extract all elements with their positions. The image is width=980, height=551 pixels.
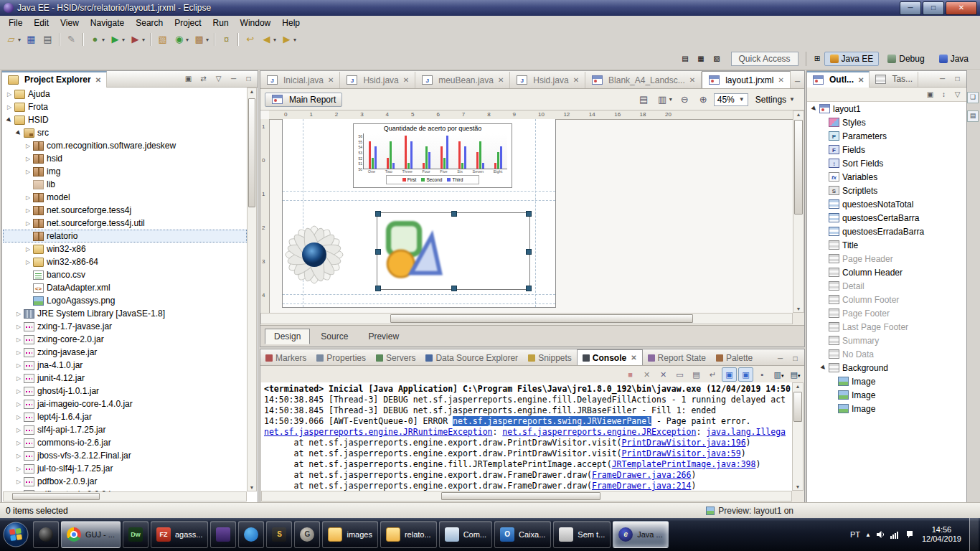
- project-tree-item[interactable]: ▷jboss-vfs-3.2.12.Final.jar: [3, 449, 247, 462]
- scroll-up-icon[interactable]: ▲: [793, 112, 804, 117]
- outline-tree-item[interactable]: ▶layout1: [808, 102, 966, 116]
- console-horizontal-scrollbar[interactable]: [261, 491, 792, 501]
- project-tree-item[interactable]: ▷Frota: [3, 100, 247, 113]
- back-button[interactable]: ◀▾: [258, 31, 278, 48]
- outline-tree-item[interactable]: Image: [808, 375, 966, 388]
- zoom-out-button[interactable]: ⊖: [677, 91, 693, 108]
- project-tree-item[interactable]: ▷lept4j-1.6.4.jar: [3, 410, 247, 423]
- clock[interactable]: 14:56 12/04/2019: [922, 525, 961, 544]
- outline-tree-item[interactable]: Image: [808, 388, 966, 402]
- collapse-all-icon[interactable]: ▣: [182, 72, 195, 85]
- outline-tree-item[interactable]: Page Footer: [808, 306, 966, 320]
- project-tree-item[interactable]: ▷win32-x86-64: [3, 255, 247, 268]
- display-console-button[interactable]: ▥▾: [771, 367, 786, 382]
- maximize-view-icon[interactable]: □: [242, 72, 255, 85]
- stack-trace-link[interactable]: net.sf.jasperreports.engine.JRException: [502, 427, 696, 437]
- outline-tree-item[interactable]: Summary: [808, 334, 966, 347]
- taskbar-item-folder[interactable]: relato...: [380, 521, 437, 548]
- taskbar-item-explorer[interactable]: Com...: [439, 521, 492, 548]
- forward-button[interactable]: ▶▾: [278, 31, 298, 48]
- expand-arrow-icon[interactable]: ▷: [5, 104, 14, 110]
- tab-servers[interactable]: Servers: [371, 350, 420, 365]
- project-tree-vertical-scrollbar[interactable]: ▲ ▼: [247, 88, 257, 491]
- taskbar-item-round-app[interactable]: [33, 521, 59, 548]
- expand-arrow-icon[interactable]: ▷: [14, 324, 23, 330]
- perspective-java-ee[interactable]: Java EE: [824, 52, 880, 66]
- menu-view[interactable]: View: [55, 17, 85, 29]
- expand-arrow-icon[interactable]: ▷: [24, 246, 32, 253]
- outline-tree-item[interactable]: ▶Background: [808, 361, 966, 375]
- collapse-all-icon[interactable]: ▣: [923, 88, 937, 101]
- terminate-button[interactable]: ■: [623, 367, 638, 382]
- clear-console-button[interactable]: ▭: [672, 367, 687, 382]
- close-tab-icon[interactable]: ✕: [778, 76, 784, 84]
- scroll-lock-button[interactable]: ▤: [689, 367, 704, 382]
- open-perspective-icon[interactable]: ⊞: [811, 52, 824, 65]
- new-class-button[interactable]: ◉▾: [171, 31, 191, 48]
- outline-tree-item[interactable]: Last Page Footer: [808, 320, 966, 334]
- project-tree-item[interactable]: relatorio: [3, 230, 247, 242]
- minimize-button[interactable]: ─: [900, 1, 921, 15]
- page-format-button[interactable]: ▤: [636, 91, 652, 108]
- stack-trace-link[interactable]: java.lang.Illega: [706, 427, 786, 437]
- collapse-arrow-icon[interactable]: ▶: [14, 130, 23, 136]
- open-console-button[interactable]: ▤▾: [788, 367, 803, 382]
- project-tree-item[interactable]: ▷img: [3, 165, 247, 178]
- close-button[interactable]: ✕: [946, 1, 977, 15]
- outline-tree-item[interactable]: Parameters: [808, 129, 966, 143]
- table-view-icon[interactable]: ▤: [679, 52, 692, 65]
- expand-arrow-icon[interactable]: ▷: [24, 220, 32, 227]
- layout-view-icon[interactable]: ▦: [694, 52, 708, 65]
- start-button[interactable]: [1, 520, 30, 549]
- outline-tree-item[interactable]: questoesCertaBarra: [808, 211, 966, 225]
- minimize-view-icon[interactable]: ─: [227, 72, 240, 85]
- remove-all-launches-button[interactable]: ✕: [656, 367, 671, 382]
- menu-edit[interactable]: Edit: [28, 17, 55, 29]
- external-tools-button[interactable]: ▶▾: [127, 31, 147, 48]
- editor-tab-hsid-java[interactable]: Hsid.java✕: [510, 72, 585, 88]
- scroll-up-icon[interactable]: ▲: [793, 384, 803, 389]
- project-tree-item[interactable]: ▷jna-4.1.0.jar: [3, 359, 247, 372]
- project-tree-item[interactable]: ▶HSID: [3, 113, 247, 126]
- project-tree-item[interactable]: ▷junit-4.12.jar: [3, 372, 247, 385]
- pin-console-button[interactable]: ▪: [755, 367, 770, 382]
- perspective-debug[interactable]: Debug: [882, 52, 930, 66]
- settings-button[interactable]: Settings ▼: [750, 93, 800, 107]
- project-tree-item[interactable]: ▷jul-to-slf4j-1.7.25.jar: [3, 462, 247, 475]
- taskbar-item-yellow-app[interactable]: S: [266, 521, 292, 548]
- menu-file[interactable]: File: [3, 17, 28, 29]
- grid-view-icon[interactable]: ▧: [710, 52, 724, 65]
- mode-tab-preview[interactable]: Preview: [359, 329, 408, 344]
- tray-expand-icon[interactable]: ▲: [865, 532, 871, 538]
- link-with-editor-icon[interactable]: ⇄: [197, 72, 210, 85]
- preview-mode-button[interactable]: ▥▾: [654, 91, 674, 108]
- expand-arrow-icon[interactable]: ▷: [14, 479, 23, 485]
- expand-arrow-icon[interactable]: ▷: [24, 169, 32, 175]
- project-tree-horizontal-scrollbar[interactable]: [3, 491, 247, 501]
- minimize-view-icon[interactable]: ─: [773, 352, 787, 365]
- stack-trace-link[interactable]: PrintDrawVisitor.java:196: [622, 438, 746, 448]
- expand-arrow-icon[interactable]: ▷: [24, 207, 32, 214]
- collapse-arrow-icon[interactable]: ▶: [810, 105, 819, 112]
- project-tree-item[interactable]: banco.csv: [3, 268, 247, 281]
- collapse-arrow-icon[interactable]: ▶: [819, 364, 828, 371]
- sort-icon[interactable]: ↕: [937, 88, 951, 101]
- close-tab-icon[interactable]: ✕: [403, 76, 409, 84]
- expand-arrow-icon[interactable]: ▷: [14, 336, 23, 343]
- outline-tree-item[interactable]: questoesNotaTotal: [808, 197, 966, 211]
- taskbar-item-folder[interactable]: images: [322, 521, 377, 548]
- project-tree-item[interactable]: ▷Ajuda: [3, 88, 247, 100]
- outline-tree-item[interactable]: Variables: [808, 170, 966, 184]
- project-tree-item[interactable]: ▷net.sourceforge.tess4j: [3, 204, 247, 217]
- project-tree-item[interactable]: ▷model: [3, 191, 247, 204]
- resize-handle-s[interactable]: [451, 286, 457, 291]
- project-tree-item[interactable]: ▷hsid: [3, 152, 247, 165]
- taskbar-item-untitled[interactable]: Sem t...: [553, 521, 611, 548]
- mode-tab-design[interactable]: Design: [265, 329, 310, 344]
- resize-handle-w[interactable]: [375, 249, 381, 255]
- tab-report-state[interactable]: Report State: [643, 350, 711, 365]
- resize-handle-se[interactable]: [526, 286, 532, 291]
- outline-tree-item[interactable]: Column Header: [808, 265, 966, 279]
- outline-tree-item[interactable]: questoesErradaBarra: [808, 225, 966, 238]
- close-view-icon[interactable]: ✕: [95, 76, 101, 84]
